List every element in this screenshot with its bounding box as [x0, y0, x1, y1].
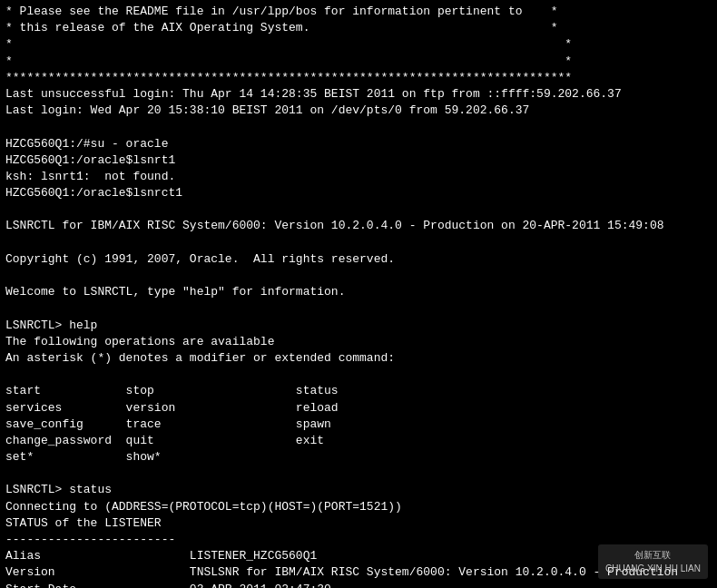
terminal-content: * Please see the README file in /usr/lpp… — [5, 4, 712, 588]
watermark-line2: CHUANG XIN HU LIAN — [605, 562, 701, 575]
watermark-line1: 创新互联 — [605, 548, 701, 562]
terminal-window[interactable]: * Please see the README file in /usr/lpp… — [0, 0, 717, 588]
watermark: 创新互联 CHUANG XIN HU LIAN — [598, 544, 708, 579]
